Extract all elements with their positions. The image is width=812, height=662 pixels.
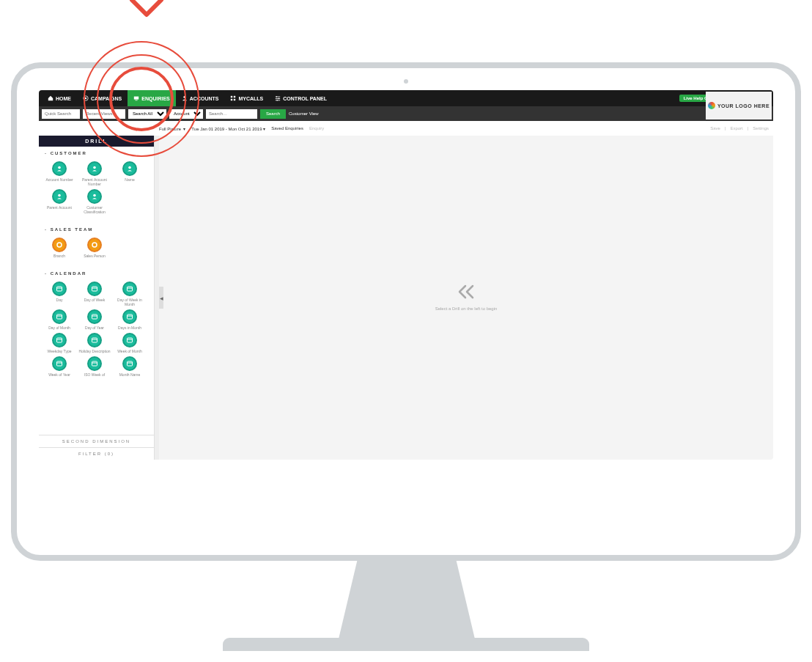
drill-label: Day of Week in Month xyxy=(112,298,147,306)
drill-item[interactable]: Parent Account Number xyxy=(77,161,112,186)
drill-label: Week of Year xyxy=(42,372,77,377)
drill-item[interactable]: Weekday Type xyxy=(42,333,77,353)
drill-item[interactable]: Sales Person xyxy=(77,238,112,258)
customer-view-link[interactable]: Customer View xyxy=(289,111,319,116)
nav-control-panel[interactable]: CONTROL PANEL xyxy=(269,90,333,106)
drill-item[interactable]: Day of Year xyxy=(77,309,112,330)
top-navigation: HOME CAMPAIGNS ENQUIRIES ACCOUNTS MYCALL… xyxy=(39,90,773,106)
collapse-sidebar-handle[interactable]: ◀ xyxy=(159,287,163,309)
nav-label: CONTROL PANEL xyxy=(283,96,327,101)
main-area: ◀ Select a Drill on the left to begin xyxy=(159,136,773,460)
svg-rect-6 xyxy=(136,100,138,100)
date-range-select[interactable]: Tue Jan 01 2019 - Mon Oct 21 2019 ▾ xyxy=(191,126,265,131)
svg-rect-8 xyxy=(231,96,232,98)
second-dimension-button[interactable]: SECOND DIMENSION xyxy=(39,435,154,447)
svg-point-24 xyxy=(93,194,96,197)
drill-item[interactable]: Month Name xyxy=(112,356,147,377)
person-icon xyxy=(52,161,67,176)
drill-item[interactable]: Account Number xyxy=(42,161,77,186)
drill-grid: BranchSales Person xyxy=(39,236,154,267)
nav-campaigns[interactable]: CAMPAIGNS xyxy=(77,90,128,106)
drill-item[interactable]: Day of Week in Month xyxy=(112,282,147,306)
drill-label: Day of Week xyxy=(77,298,112,302)
drill-label: Weekday Type xyxy=(42,349,77,353)
person-icon xyxy=(87,189,102,204)
drill-item[interactable]: Name xyxy=(112,161,147,186)
svg-point-7 xyxy=(183,96,185,98)
placeholder-text: Select a Drill on the left to begin xyxy=(435,306,498,311)
drill-label: ISO Week of xyxy=(77,372,112,377)
drill-grid: DayDay of WeekDay of Week in MonthDay of… xyxy=(39,280,154,386)
monitor-base xyxy=(223,638,589,651)
calendar-icon xyxy=(87,309,102,324)
svg-rect-39 xyxy=(57,338,62,342)
section-head[interactable]: CUSTOMER xyxy=(39,147,154,160)
svg-rect-49 xyxy=(128,361,133,366)
saved-enquiries-link[interactable]: Saved Enquiries xyxy=(271,126,303,130)
target-icon xyxy=(83,95,89,101)
svg-point-15 xyxy=(276,96,278,98)
drill-label: Week of Month xyxy=(112,349,147,353)
drill-item[interactable]: Customer Classification xyxy=(77,189,112,214)
nav-label: ENQUIRIES xyxy=(141,96,170,101)
svg-rect-5 xyxy=(134,97,139,100)
drill-label: Parent Account xyxy=(42,205,77,210)
full-picture-select[interactable]: Full Picture ▾ xyxy=(159,126,185,131)
search-button[interactable]: Search xyxy=(260,109,286,119)
drill-item[interactable]: ISO Week of xyxy=(77,356,112,377)
nav-mycalls[interactable]: MYCALLS xyxy=(224,90,269,106)
drill-item[interactable]: Day of Week xyxy=(77,282,112,306)
drill-item[interactable]: Week of Year xyxy=(42,356,77,377)
calendar-icon xyxy=(52,282,67,296)
person-icon xyxy=(122,161,137,176)
drill-label: Branch xyxy=(42,254,77,258)
screen-icon xyxy=(133,95,139,101)
drill-item[interactable]: Week of Month xyxy=(112,333,147,353)
drill-label: Customer Classification xyxy=(77,205,112,214)
svg-rect-29 xyxy=(92,287,97,291)
person-icon xyxy=(52,189,67,204)
calendar-icon xyxy=(122,309,137,324)
svg-rect-43 xyxy=(128,338,133,342)
settings-link[interactable]: Settings xyxy=(753,126,769,130)
sidebar-body[interactable]: CUSTOMERAccount NumberParent Account Num… xyxy=(39,147,154,435)
sub-toolbar: Full Picture ▾ Tue Jan 01 2019 - Mon Oct… xyxy=(39,121,773,136)
quick-search-input[interactable] xyxy=(42,109,80,119)
drill-label: Day of Month xyxy=(42,326,77,330)
svg-rect-10 xyxy=(231,99,232,100)
drill-item[interactable]: Day of Month xyxy=(42,309,77,330)
account-select[interactable]: Account xyxy=(169,109,203,119)
section-head[interactable]: CALENDAR xyxy=(39,267,154,280)
logo-placeholder: YOUR LOGO HERE xyxy=(706,92,772,119)
search-all-select[interactable]: Search All xyxy=(128,109,166,119)
section-head[interactable]: SALES TEAM xyxy=(39,223,154,236)
recent-views-input[interactable] xyxy=(83,109,125,119)
drill-item[interactable]: Parent Account xyxy=(42,189,77,214)
drill-item[interactable]: Holiday Description xyxy=(77,333,112,353)
calendar-icon xyxy=(87,282,102,296)
nav-enquiries[interactable]: ENQUIRIES xyxy=(128,90,176,106)
drill-item[interactable]: Day xyxy=(42,282,77,306)
content-area: DRILL CUSTOMERAccount NumberParent Accou… xyxy=(39,136,773,460)
export-link[interactable]: Export xyxy=(730,126,742,130)
calendar-icon xyxy=(122,282,137,296)
nav-accounts[interactable]: ACCOUNTS xyxy=(176,90,225,106)
nav-label: ACCOUNTS xyxy=(190,96,219,101)
drill-item[interactable]: Branch xyxy=(42,238,77,258)
calendar-icon xyxy=(87,356,102,371)
search-text-input[interactable] xyxy=(206,109,257,119)
drill-label: Days in Month xyxy=(112,326,147,330)
sidebar-header: DRILL xyxy=(39,136,154,147)
svg-point-17 xyxy=(277,100,278,101)
svg-rect-33 xyxy=(57,315,62,319)
screen-content: HOME CAMPAIGNS ENQUIRIES ACCOUNTS MYCALL… xyxy=(39,90,773,460)
calendar-icon xyxy=(122,356,137,371)
nav-home[interactable]: HOME xyxy=(42,90,77,106)
calendar-icon xyxy=(52,356,67,371)
svg-point-20 xyxy=(58,166,61,169)
filter-button[interactable]: FILTER (0) xyxy=(39,447,154,460)
camera-dot xyxy=(404,79,408,84)
drill-item[interactable]: Days in Month xyxy=(112,309,147,330)
person-icon xyxy=(87,161,102,176)
save-link[interactable]: Save xyxy=(710,126,720,130)
